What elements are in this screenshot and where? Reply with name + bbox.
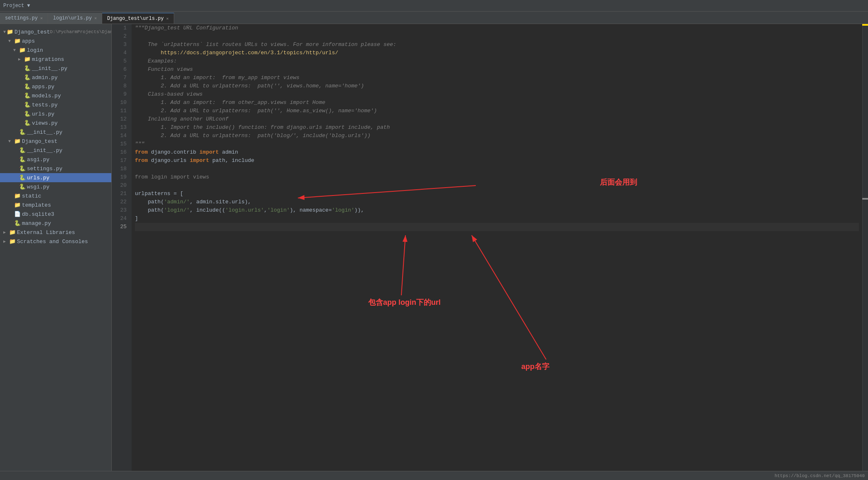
right-scrollbar[interactable] (862, 24, 868, 471)
code-line-10: 1. Add an import: from other_app.views i… (135, 99, 859, 107)
code-area[interactable]: """Django_test URL Configuration The `ur… (132, 24, 862, 471)
code-line-19: from login import views (135, 173, 859, 181)
line-num-18: 18 (112, 165, 129, 173)
file-icon-dbsqlite3: 📄 (14, 211, 21, 217)
tree-item-urlspy_main[interactable]: 🐍urls.py (0, 173, 111, 182)
sidebar: ▼📁Django_test D:\PycharmProjects\Django_… (0, 24, 112, 471)
py-icon-appspy: 🐍 (24, 83, 31, 90)
arrow-ext_libs: ▶ (3, 230, 8, 235)
tree-label-apps: apps (22, 38, 35, 44)
tree-item-__init__py3[interactable]: 🐍__init__.py (0, 146, 111, 155)
line-num-5: 5 (112, 57, 129, 65)
line-num-9: 9 (112, 90, 129, 99)
tree-item-__init__py2[interactable]: 🐍__init__.py (0, 128, 111, 137)
arrow-django_test_pkg: ▼ (8, 139, 13, 144)
line-numbers: 1234567891011121314151617181920212223242… (112, 24, 132, 471)
tree-item-ext_libs[interactable]: ▶📁External Libraries (0, 228, 111, 237)
tree-label-viewspy: views.py (32, 120, 58, 126)
line-num-25: 25 (112, 223, 129, 231)
py-icon-__init__py3: 🐍 (19, 147, 26, 154)
py-icon-adminpy: 🐍 (24, 74, 31, 81)
tab-1[interactable]: login\urls.py✕ (48, 13, 102, 24)
code-line-4: https://docs.djangoproject.com/en/3.1/to… (135, 49, 859, 57)
line-num-10: 10 (112, 99, 129, 107)
folder-icon-django_test_pkg: 📁 (14, 138, 21, 145)
editor-area[interactable]: 1234567891011121314151617181920212223242… (112, 24, 868, 471)
tree-label-__init__py: __init__.py (32, 65, 67, 72)
tree-item-wsgipy[interactable]: 🐍wsgi.py (0, 182, 111, 191)
tree-item-apps[interactable]: ▼📁apps (0, 36, 111, 46)
scroll-mid-indicator (862, 198, 868, 200)
code-line-15: """ (135, 140, 859, 148)
line-num-13: 13 (112, 123, 129, 132)
tree-item-modelspy[interactable]: 🐍models.py (0, 91, 111, 100)
line-num-14: 14 (112, 132, 129, 140)
tree-label-login: login (27, 47, 43, 53)
tree-label-asgipy: asgi.py (27, 157, 50, 163)
folder-icon-login: 📁 (19, 47, 26, 53)
tab-close-1[interactable]: ✕ (94, 16, 97, 21)
line-num-15: 15 (112, 140, 129, 148)
folder-icon-django_test_root: 📁 (7, 29, 13, 35)
tree-label-settingspy: settings.py (27, 166, 62, 172)
tree-label-dbsqlite3: db.sqlite3 (22, 211, 54, 217)
code-line-16: from django.contrib import admin (135, 148, 859, 157)
project-title[interactable]: Project ▼ (3, 3, 30, 9)
tree-label-urlspy_main: urls.py (27, 175, 50, 181)
tree-label-django_test_root: Django_test (14, 29, 50, 35)
code-line-25 (135, 223, 859, 231)
tab-label-1: login\urls.py (53, 15, 92, 21)
tab-2[interactable]: Django_test\urls.py✕ (102, 13, 174, 24)
tree-item-urlspy_login[interactable]: 🐍urls.py (0, 109, 111, 118)
line-num-16: 16 (112, 148, 129, 157)
folder-icon-static: 📁 (14, 193, 21, 199)
tab-close-2[interactable]: ✕ (166, 16, 169, 21)
sidebar-header (0, 24, 111, 27)
status-url: https://blog.csdn.net/qq_38175040 (774, 473, 865, 478)
line-num-12: 12 (112, 115, 129, 123)
line-num-21: 21 (112, 190, 129, 198)
tree-item-templates[interactable]: 📁templates (0, 200, 111, 210)
tree-item-django_test_root[interactable]: ▼📁Django_test D:\PycharmProjects\Django_… (0, 27, 111, 36)
tree-item-dbsqlite3[interactable]: 📄db.sqlite3 (0, 210, 111, 219)
code-line-6: Function views (135, 65, 859, 74)
tree-label-__init__py3: __init__.py (27, 147, 62, 154)
py-icon-modelspy: 🐍 (24, 92, 31, 99)
arrow-django_test_root: ▼ (3, 30, 6, 34)
tree-item-managepy[interactable]: 🐍manage.py (0, 219, 111, 228)
tree-item-migrations[interactable]: ▶📁migrations (0, 55, 111, 64)
tree-item-django_test_pkg[interactable]: ▼📁Django_test (0, 137, 111, 146)
tree-item-appspy[interactable]: 🐍apps.py (0, 82, 111, 91)
tree-item-viewspy[interactable]: 🐍views.py (0, 118, 111, 128)
code-line-2 (135, 32, 859, 41)
tree-item-scratches[interactable]: ▶📁Scratches and Consoles (0, 237, 111, 246)
arrow-apps: ▼ (8, 39, 13, 43)
py-icon-urlspy_main: 🐍 (19, 174, 26, 181)
code-line-22: path('admin/', admin.site.urls), (135, 198, 859, 206)
tree-item-testspy[interactable]: 🐍tests.py (0, 100, 111, 109)
line-num-19: 19 (112, 173, 129, 181)
line-num-6: 6 (112, 65, 129, 74)
tree-item-settingspy[interactable]: 🐍settings.py (0, 164, 111, 173)
tab-0[interactable]: settings.py✕ (0, 13, 48, 24)
py-icon-settingspy: 🐍 (19, 165, 26, 172)
line-num-2: 2 (112, 32, 129, 41)
tab-close-0[interactable]: ✕ (40, 16, 43, 21)
tree-item-asgipy[interactable]: 🐍asgi.py (0, 155, 111, 164)
tree-item-login[interactable]: ▼📁login (0, 46, 111, 55)
line-num-24: 24 (112, 215, 129, 223)
tree-label-urlspy_login: urls.py (32, 111, 55, 117)
tree-label-appspy: apps.py (32, 84, 55, 90)
line-num-11: 11 (112, 107, 129, 115)
line-num-17: 17 (112, 157, 129, 165)
tree-label-wsgipy: wsgi.py (27, 184, 50, 190)
tree-path-django_test_root: D:\PycharmProjects\Django_test (50, 29, 112, 34)
tree-label-django_test_pkg: Django_test (22, 138, 58, 145)
tree-label-scratches: Scratches and Consoles (17, 239, 88, 245)
tree-item-static[interactable]: 📁static (0, 191, 111, 200)
tree-item-__init__py[interactable]: 🐍__init__.py (0, 64, 111, 73)
py-icon-managepy: 🐍 (14, 220, 21, 227)
tab-bar: settings.py✕login\urls.py✕Django_test\ur… (0, 12, 868, 24)
line-num-22: 22 (112, 198, 129, 206)
tree-item-adminpy[interactable]: 🐍admin.py (0, 73, 111, 82)
